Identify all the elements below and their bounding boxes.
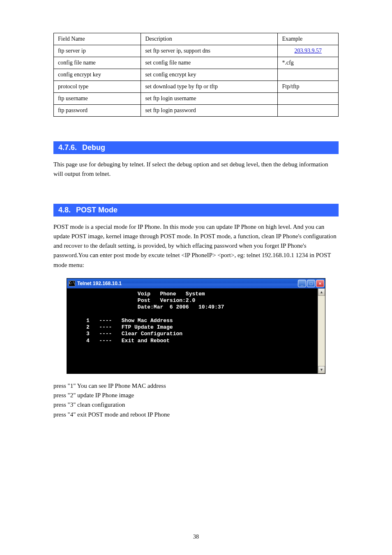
post-text-before: POST mode is a special mode for IP Phone… (53, 222, 339, 270)
section-bar: 4.8. POST Mode (53, 204, 339, 216)
section-bar: 4.7.6. Debug (53, 141, 339, 154)
terminal-screenshot: C:\ Telnet 192.168.10.1 _ □ × Voip Phone… (67, 278, 325, 374)
cell-example (278, 93, 339, 105)
section-number: 4.7.6. (58, 143, 77, 152)
cell-desc: set config encrypt key (141, 69, 278, 81)
cell-example: 203.93.9.57 (278, 45, 339, 57)
cell-example: *.cfg (278, 57, 339, 69)
table-header-field: Field Name (54, 33, 141, 45)
section-number: 4.8. (58, 206, 71, 214)
section-title: POST Mode (76, 206, 118, 214)
scroll-track[interactable] (318, 296, 325, 366)
cell-field: ftp username (54, 93, 141, 105)
scroll-up-button[interactable]: ▲ (318, 288, 325, 296)
telnet-window: C:\ Telnet 192.168.10.1 _ □ × Voip Phone… (67, 278, 325, 374)
debug-text: This page use for debuging by telnet. If… (53, 160, 339, 179)
minimize-button[interactable]: _ (298, 280, 306, 287)
example-link[interactable]: 203.93.9.57 (294, 48, 322, 54)
cmd-icon: C:\ (69, 281, 75, 286)
section-post: 4.8. POST Mode (53, 204, 339, 216)
close-button[interactable]: × (316, 280, 324, 287)
section-title: Debug (82, 143, 105, 152)
cell-example (278, 69, 339, 81)
table-header-desc: Description (141, 33, 278, 45)
config-table: Field Name Description Example ftp serve… (53, 33, 339, 117)
cell-example: Ftp/tftp (278, 81, 339, 93)
table-row: ftp username set ftp login username (54, 93, 339, 105)
window-titlebar: C:\ Telnet 192.168.10.1 _ □ × (67, 279, 325, 288)
cell-desc: set ftp login username (141, 93, 278, 105)
terminal-body: Voip Phone System Post Version:2.0 Date:… (67, 288, 325, 373)
terminal-output: Voip Phone System Post Version:2.0 Date:… (67, 288, 318, 373)
scrollbar[interactable]: ▲ ▼ (318, 288, 325, 373)
table-row: ftp server ip set ftp server ip, support… (54, 45, 339, 57)
cell-field: protocol type (54, 81, 141, 93)
table-row: protocol type set download type by ftp o… (54, 81, 339, 93)
table-row: config file name set config file name *.… (54, 57, 339, 69)
cell-example (278, 105, 339, 117)
cell-field: config file name (54, 57, 141, 69)
maximize-button[interactable]: □ (307, 280, 315, 287)
cell-desc: set ftp login password (141, 105, 278, 117)
cell-desc: set config file name (141, 57, 278, 69)
table-row: ftp password set ftp login password (54, 105, 339, 117)
page-number: 38 (0, 534, 392, 540)
cell-field: ftp password (54, 105, 141, 117)
window-title: Telnet 192.168.10.1 (77, 281, 297, 286)
cell-field: ftp server ip (54, 45, 141, 57)
cell-desc: set download type by ftp or tftp (141, 81, 278, 93)
scroll-down-button[interactable]: ▼ (318, 366, 325, 373)
section-debug: 4.7.6. Debug (53, 141, 339, 154)
table-row: config encrypt key set config encrypt ke… (54, 69, 339, 81)
cell-desc: set ftp server ip, support dns (141, 45, 278, 57)
table-header-example: Example (278, 33, 339, 45)
cell-field: config encrypt key (54, 69, 141, 81)
post-text-after: press "1" You can see IP Phone MAC addre… (53, 381, 339, 419)
